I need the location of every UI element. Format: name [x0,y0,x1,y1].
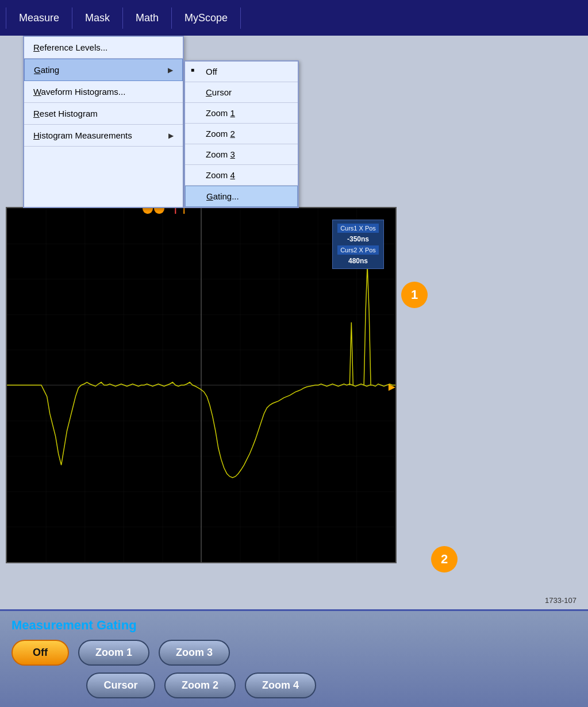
histogram-arrow-icon: ▶ [168,132,174,140]
badge-1: 1 [401,282,428,308]
bottom-panel: Measurement Gating Off Zoom 1 Zoom 3 Cur… [0,609,588,707]
menu-item-myscope[interactable]: MyScope [172,7,241,29]
zoom2-label: Zoom 2 [206,129,235,139]
cursor1-value: -350ns [337,234,379,244]
reference-levels-label: Reference Levels... [33,43,107,52]
cursor-info-box: Curs1 X Pos -350ns Curs2 X Pos 480ns [332,220,384,269]
cursor1-label: Curs1 X Pos [337,224,379,233]
cursor-label: Cursor [206,87,232,97]
zoom4-label: Zoom 4 [206,170,235,180]
zoom3-label: Zoom 3 [206,149,235,159]
reset-histogram-label: Reset Histogram [33,109,98,118]
menu-item-math[interactable]: Math [123,7,172,29]
off-label: Off [206,67,217,76]
menu-item-mask[interactable]: Mask [72,7,123,29]
btn-zoom4[interactable]: Zoom 4 [245,673,316,698]
cursor2-label: Curs2 X Pos [337,245,379,255]
btn-off[interactable]: Off [11,640,69,666]
sub-item-zoom3[interactable]: Zoom 3 [185,144,298,165]
gating-arrow-icon: ▶ [168,66,173,74]
cursor2-value: 480ns [337,256,379,266]
dropdown-area: Reference Levels... Gating ▶ Waveform Hi… [23,36,299,208]
gating-label: Gating [34,65,59,75]
sub-item-off[interactable]: Off [185,62,298,82]
sub-item-cursor[interactable]: Cursor [185,82,298,103]
badge-2: 2 [431,546,458,572]
main-dropdown: Reference Levels... Gating ▶ Waveform Hi… [23,36,184,208]
waveform-histograms-label: Waveform Histograms... [33,87,125,97]
dropdown-item-reset-histogram[interactable]: Reset Histogram [24,103,183,125]
zoom1-label: Zoom 1 [206,108,235,118]
dropdown-item-histogram-measurements[interactable]: Histogram Measurements ▶ [24,125,183,147]
menu-item-measure[interactable]: Measure [6,7,72,29]
dropdown-item-waveform-histograms[interactable]: Waveform Histograms... [24,81,183,103]
dropdown-item-reference-levels[interactable]: Reference Levels... [24,37,183,59]
sub-item-gating[interactable]: Gating... [185,186,298,207]
dropdown-item-gating[interactable]: Gating ▶ [24,59,183,81]
reference-label: 1733-107 [545,596,577,605]
gating-option-label: Gating... [206,191,239,201]
sub-item-zoom2[interactable]: Zoom 2 [185,124,298,144]
bottom-panel-title: Measurement Gating [11,618,577,633]
scope-screen: Curs1 X Pos -350ns Curs2 X Pos 480ns [6,207,397,563]
menu-bar: Measure Mask Math MyScope [0,0,588,36]
sub-dropdown: Off Cursor Zoom 1 Zoom 2 Zoom 3 Zoom 4 G… [184,60,299,208]
sub-item-zoom4[interactable]: Zoom 4 [185,165,298,186]
histogram-measurements-label: Histogram Measurements [33,130,132,140]
btn-zoom1[interactable]: Zoom 1 [78,640,149,666]
btn-zoom3[interactable]: Zoom 3 [159,640,230,666]
sub-item-zoom1[interactable]: Zoom 1 [185,103,298,124]
bottom-panel-row1: Off Zoom 1 Zoom 3 [11,640,577,666]
bottom-panel-row2: Cursor Zoom 2 Zoom 4 [86,673,577,698]
btn-zoom2[interactable]: Zoom 2 [164,673,236,698]
btn-cursor[interactable]: Cursor [86,673,155,698]
